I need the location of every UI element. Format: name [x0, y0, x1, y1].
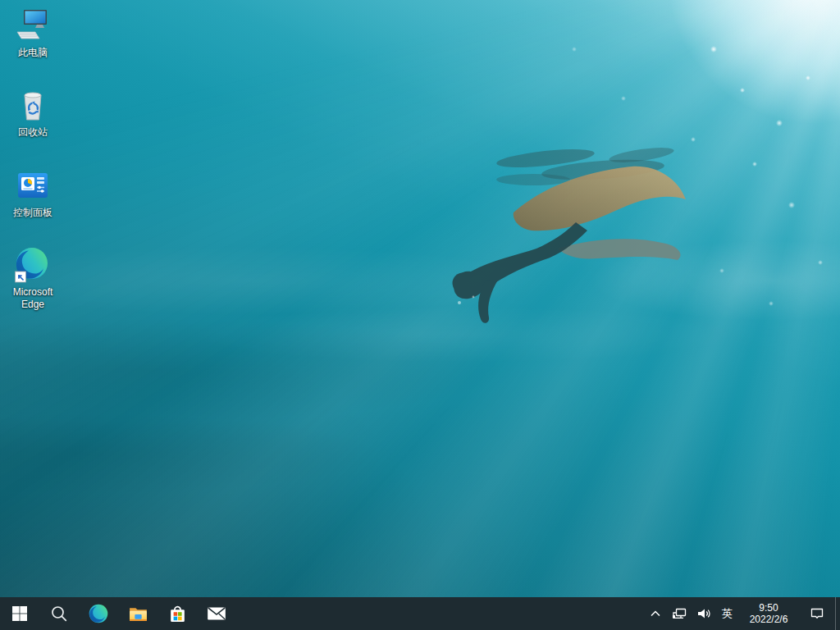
recycle-bin-icon — [15, 87, 51, 123]
edge-icon — [14, 246, 52, 284]
water-sparkles — [0, 0, 840, 597]
start-button[interactable] — [0, 597, 39, 630]
taskbar: 英 9:50 2022/2/6 — [0, 597, 840, 630]
volume-button[interactable] — [692, 597, 716, 630]
network-icon — [671, 605, 687, 622]
edge-icon — [88, 603, 109, 624]
desktop-surface[interactable]: 此电脑 回收站 — [0, 0, 840, 597]
diver-body — [453, 222, 588, 323]
fin-gray — [558, 239, 681, 260]
store-button[interactable] — [158, 597, 197, 630]
desktop-icon-control-panel[interactable]: 控制面板 — [2, 167, 64, 219]
mail-button[interactable] — [197, 597, 236, 630]
search-icon — [50, 605, 68, 623]
icon-label: 此电脑 — [18, 47, 48, 59]
this-pc-icon — [15, 7, 51, 43]
file-explorer-icon — [128, 604, 148, 624]
volume-icon — [696, 605, 712, 622]
desktop-icon-recycle-bin[interactable]: 回收站 — [2, 86, 64, 139]
file-explorer-button[interactable] — [118, 597, 158, 630]
desktop-icon-this-pc[interactable]: 此电脑 — [2, 7, 64, 59]
show-hidden-icons-button[interactable] — [644, 597, 667, 630]
start-icon — [11, 605, 28, 622]
desktop-icon-microsoft-edge[interactable]: Microsoft Edge — [2, 246, 64, 311]
system-tray: 英 9:50 2022/2/6 — [644, 597, 840, 630]
icon-label: 控制面板 — [13, 207, 52, 219]
clock-time: 9:50 — [759, 602, 778, 614]
search-button[interactable] — [39, 597, 79, 630]
store-icon — [167, 604, 188, 624]
network-button[interactable] — [667, 597, 692, 630]
screen: 此电脑 回收站 — [0, 0, 840, 630]
icon-label: Microsoft Edge — [2, 286, 63, 311]
control-panel-icon — [15, 167, 51, 203]
mail-icon — [206, 603, 227, 624]
edge-taskbar-button[interactable] — [79, 597, 118, 630]
clock[interactable]: 9:50 2022/2/6 — [738, 597, 799, 630]
action-center-icon — [809, 605, 825, 622]
ime-indicator[interactable]: 英 — [716, 597, 738, 630]
icon-label: 回收站 — [18, 126, 48, 139]
action-center-button[interactable] — [799, 597, 835, 630]
wallpaper-diver — [435, 135, 705, 340]
show-desktop-button[interactable] — [835, 597, 840, 630]
clock-date: 2022/2/6 — [750, 614, 788, 625]
chevron-up-icon — [648, 606, 663, 621]
